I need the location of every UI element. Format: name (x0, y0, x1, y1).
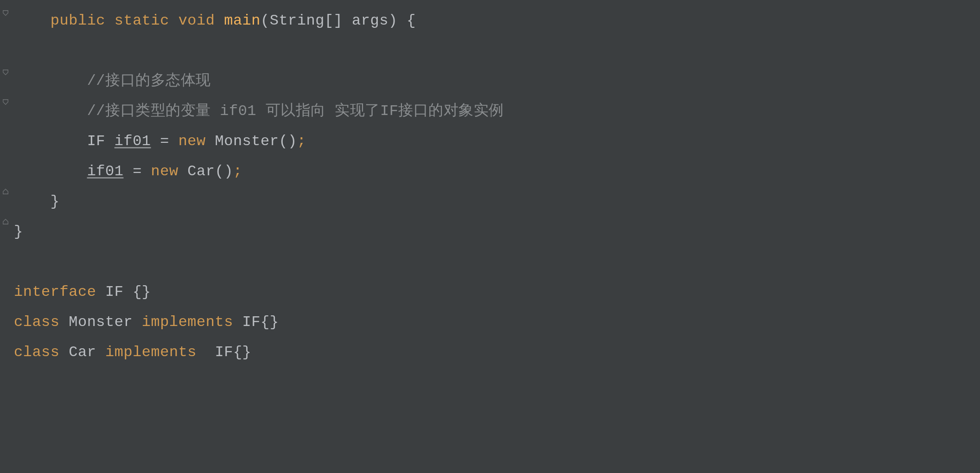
indent (14, 163, 87, 180)
parameter: args (343, 12, 388, 29)
keyword-class: class (14, 313, 60, 331)
indent (14, 72, 87, 89)
comment-text: 接口的多态体现 (105, 72, 211, 89)
keyword-new: new (151, 163, 178, 180)
comment-text: 接口类型的变量 if01 可以指向 实现了IF接口的对象实例 (105, 102, 504, 120)
method-name: main (224, 12, 261, 29)
comment-slash: // (87, 72, 105, 89)
semicolon: ; (233, 163, 242, 180)
brace: } (14, 223, 23, 240)
indent (14, 133, 87, 150)
type-name: IF (233, 313, 261, 331)
braces: {} (233, 344, 251, 361)
brace: } (51, 193, 60, 210)
code-line-blank (14, 247, 980, 277)
semicolon: ; (297, 133, 306, 150)
type-name: IF (96, 283, 133, 300)
keyword-new: new (178, 133, 206, 150)
type-string: String (270, 12, 325, 29)
indent (14, 12, 51, 29)
variable: if01 (115, 133, 151, 150)
fold-marker-icon[interactable] (2, 188, 9, 195)
brace: { (398, 12, 416, 29)
fold-marker-icon[interactable] (2, 9, 9, 17)
braces: {} (261, 313, 279, 331)
assign-op: = (123, 163, 151, 180)
code-line: class Monster implements IF{} (14, 307, 980, 337)
fold-marker-icon[interactable] (2, 98, 9, 106)
variable: if01 (87, 163, 124, 180)
code-line: //接口类型的变量 if01 可以指向 实现了IF接口的对象实例 (14, 96, 980, 126)
comment-slash: // (87, 102, 105, 120)
assign-op: = (151, 133, 178, 150)
code-line: if01 = new Car(); (14, 156, 980, 186)
keyword-void: void (178, 12, 215, 29)
code-line: public static void main(String[] args) { (14, 6, 980, 36)
indent (14, 193, 51, 210)
code-line: //接口的多态体现 (14, 66, 980, 96)
keyword-implements: implements (142, 313, 233, 331)
keyword-class: class (14, 344, 60, 361)
keyword-implements: implements (105, 344, 197, 361)
constructor-call: Car() (178, 163, 233, 180)
constructor-call: Monster() (206, 133, 297, 150)
type-name: IF (197, 344, 233, 361)
fold-marker-icon[interactable] (2, 69, 9, 76)
fold-marker-icon[interactable] (2, 218, 9, 225)
paren: ) (388, 12, 398, 29)
keyword-interface: interface (14, 283, 96, 300)
code-line-blank (14, 36, 980, 66)
brackets: [] (325, 12, 343, 29)
type-name: Monster (60, 313, 142, 331)
code-editor[interactable]: public static void main(String[] args) {… (12, 0, 980, 473)
type-name: Car (60, 344, 106, 361)
braces: {} (133, 283, 151, 300)
type-name: IF (87, 133, 115, 150)
keyword-static: static (115, 12, 169, 29)
keyword-public: public (51, 12, 105, 29)
paren: ( (261, 12, 270, 29)
code-line: } (14, 217, 980, 247)
code-line: } (14, 186, 980, 217)
editor-gutter (0, 0, 12, 473)
code-line: class Car implements IF{} (14, 337, 980, 367)
indent (14, 102, 87, 120)
code-line: IF if01 = new Monster(); (14, 126, 980, 156)
code-line: interface IF {} (14, 277, 980, 307)
